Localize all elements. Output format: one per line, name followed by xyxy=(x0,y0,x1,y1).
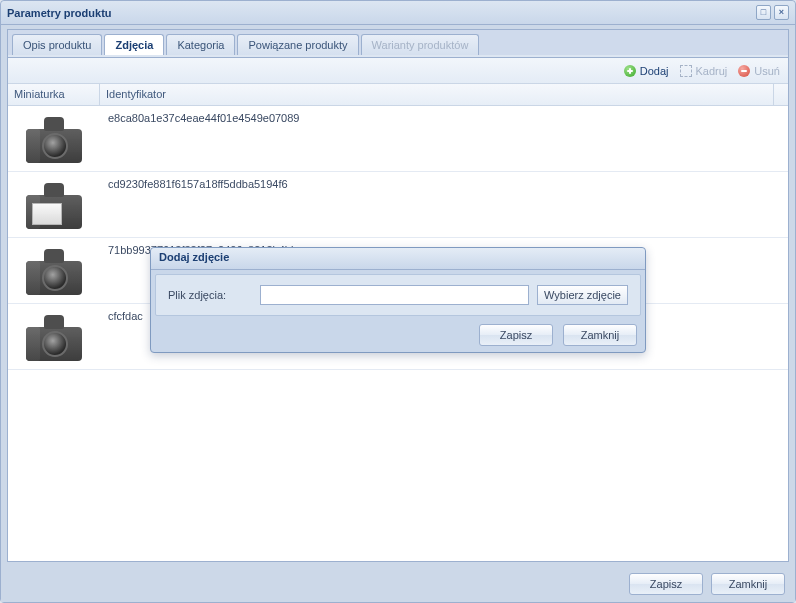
window-title: Parametry produktu xyxy=(7,7,756,19)
dialog-body: Plik zdjęcia: Wybierz zdjęcie xyxy=(155,274,641,316)
maximize-icon[interactable]: □ xyxy=(756,5,771,20)
delete-button: Usuń xyxy=(737,64,780,78)
close-button[interactable]: Zamknij xyxy=(711,573,785,595)
close-icon[interactable]: × xyxy=(774,5,789,20)
file-path-input[interactable] xyxy=(260,285,529,305)
grid-header: Miniaturka Identyfikator xyxy=(8,84,788,106)
identifier-cell: e8ca80a1e37c4eae44f01e4549e07089 xyxy=(100,106,788,171)
tab-powiazane[interactable]: Powiązane produkty xyxy=(237,34,358,55)
thumbnail-cell xyxy=(8,238,100,303)
camera-icon xyxy=(22,111,86,167)
dialog-close-button[interactable]: Zamknij xyxy=(563,324,637,346)
crop-button: Kadruj xyxy=(679,64,728,78)
toolbar-delete-label: Usuń xyxy=(754,65,780,77)
add-image-button[interactable]: Dodaj xyxy=(623,64,669,78)
dialog-save-button[interactable]: Zapisz xyxy=(479,324,553,346)
tab-zdjecia[interactable]: Zdjęcia xyxy=(104,34,164,55)
thumbnail-cell xyxy=(8,172,100,237)
file-row: Plik zdjęcia: Wybierz zdjęcie xyxy=(168,285,628,305)
thumbnail-cell xyxy=(8,106,100,171)
camera-icon xyxy=(22,243,86,299)
toolbar-add-label: Dodaj xyxy=(640,65,669,77)
dialog-footer: Zapisz Zamknij xyxy=(151,320,645,352)
window-titlebar: Parametry produktu □ × xyxy=(1,1,795,25)
tab-opis[interactable]: Opis produktu xyxy=(12,34,102,55)
tabs-bar: Opis produktu Zdjęcia Kategoria Powiązan… xyxy=(8,30,788,55)
crop-icon xyxy=(679,64,693,78)
tab-warianty: Warianty produktów xyxy=(361,34,480,55)
window-footer: Zapisz Zamknij xyxy=(1,566,795,602)
file-label: Plik zdjęcia: xyxy=(168,289,252,301)
camera-icon xyxy=(22,309,86,365)
column-thumb[interactable]: Miniaturka xyxy=(8,84,100,105)
tab-kategoria[interactable]: Kategoria xyxy=(166,34,235,55)
identifier-cell: cd9230fe881f6157a18ff5ddba5194f6 xyxy=(100,172,788,237)
choose-file-button[interactable]: Wybierz zdjęcie xyxy=(537,285,628,305)
table-row[interactable]: cd9230fe881f6157a18ff5ddba5194f6 xyxy=(8,172,788,238)
column-gutter xyxy=(774,84,788,105)
product-parameters-window: Parametry produktu □ × Opis produktu Zdj… xyxy=(0,0,796,603)
delete-icon xyxy=(737,64,751,78)
table-row[interactable]: e8ca80a1e37c4eae44f01e4549e07089 xyxy=(8,106,788,172)
grid-toolbar: Dodaj Kadruj Usuń xyxy=(8,58,788,84)
thumbnail-cell xyxy=(8,304,100,369)
add-image-dialog: Dodaj zdjęcie Plik zdjęcia: Wybierz zdję… xyxy=(150,247,646,353)
column-ident[interactable]: Identyfikator xyxy=(100,84,774,105)
add-icon xyxy=(623,64,637,78)
window-title-icons: □ × xyxy=(756,5,789,20)
toolbar-crop-label: Kadruj xyxy=(696,65,728,77)
save-button[interactable]: Zapisz xyxy=(629,573,703,595)
camera-icon xyxy=(22,177,86,233)
dialog-title: Dodaj zdjęcie xyxy=(151,248,645,270)
